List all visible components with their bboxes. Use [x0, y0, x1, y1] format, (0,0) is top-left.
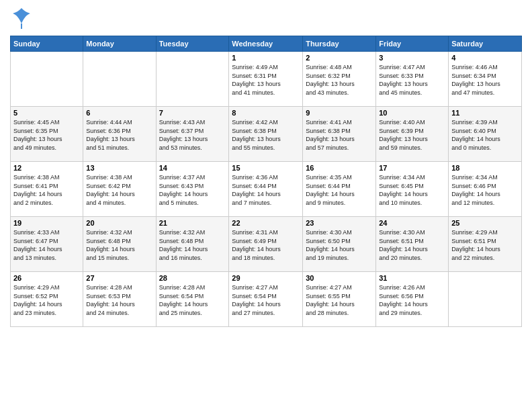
calendar-cell: [83, 52, 156, 107]
day-info: Sunrise: 4:47 AMSunset: 6:33 PMDaylight:…: [379, 63, 445, 97]
day-number: 5: [13, 109, 80, 117]
day-number: 26: [13, 274, 80, 282]
day-info: Sunrise: 4:29 AMSunset: 6:52 PMDaylight:…: [13, 283, 80, 317]
day-number: 12: [13, 164, 80, 172]
calendar-cell: 9Sunrise: 4:41 AMSunset: 6:38 PMDaylight…: [303, 107, 376, 162]
day-info: Sunrise: 4:30 AMSunset: 6:50 PMDaylight:…: [306, 228, 373, 262]
day-info: Sunrise: 4:34 AMSunset: 6:46 PMDaylight:…: [451, 173, 519, 207]
day-number: 17: [379, 164, 445, 172]
day-number: 3: [379, 54, 445, 62]
day-info: Sunrise: 4:33 AMSunset: 6:47 PMDaylight:…: [13, 228, 80, 262]
calendar-header-row: SundayMondayTuesdayWednesdayThursdayFrid…: [11, 36, 522, 52]
calendar-header-monday: Monday: [83, 36, 156, 52]
day-info: Sunrise: 4:45 AMSunset: 6:35 PMDaylight:…: [13, 118, 80, 152]
header: [10, 7, 522, 30]
day-info: Sunrise: 4:44 AMSunset: 6:36 PMDaylight:…: [86, 118, 152, 152]
calendar-week-row: 26Sunrise: 4:29 AMSunset: 6:52 PMDayligh…: [11, 272, 522, 327]
day-info: Sunrise: 4:38 AMSunset: 6:42 PMDaylight:…: [86, 173, 152, 207]
day-info: Sunrise: 4:27 AMSunset: 6:54 PMDaylight:…: [232, 283, 300, 317]
calendar-week-row: 1Sunrise: 4:49 AMSunset: 6:31 PMDaylight…: [11, 52, 522, 107]
day-number: 10: [379, 109, 445, 117]
day-number: 6: [86, 109, 152, 117]
day-info: Sunrise: 4:41 AMSunset: 6:38 PMDaylight:…: [306, 118, 373, 152]
calendar-cell: 12Sunrise: 4:38 AMSunset: 6:41 PMDayligh…: [11, 162, 83, 217]
day-info: Sunrise: 4:32 AMSunset: 6:48 PMDaylight:…: [159, 228, 226, 262]
day-number: 19: [13, 219, 80, 227]
day-number: 27: [86, 274, 152, 282]
day-info: Sunrise: 4:36 AMSunset: 6:44 PMDaylight:…: [232, 173, 300, 207]
calendar-cell: 7Sunrise: 4:43 AMSunset: 6:37 PMDaylight…: [156, 107, 229, 162]
logo: [10, 7, 32, 30]
day-number: 11: [451, 109, 519, 117]
calendar-cell: 3Sunrise: 4:47 AMSunset: 6:33 PMDaylight…: [376, 52, 449, 107]
day-number: 7: [159, 109, 226, 117]
calendar-cell: 27Sunrise: 4:28 AMSunset: 6:53 PMDayligh…: [83, 272, 156, 327]
calendar-cell: 20Sunrise: 4:32 AMSunset: 6:48 PMDayligh…: [83, 217, 156, 272]
day-info: Sunrise: 4:40 AMSunset: 6:39 PMDaylight:…: [379, 118, 445, 152]
calendar-cell: [11, 52, 83, 107]
day-number: 29: [232, 274, 300, 282]
calendar-cell: 15Sunrise: 4:36 AMSunset: 6:44 PMDayligh…: [229, 162, 303, 217]
calendar-cell: 18Sunrise: 4:34 AMSunset: 6:46 PMDayligh…: [449, 162, 522, 217]
day-info: Sunrise: 4:43 AMSunset: 6:37 PMDaylight:…: [159, 118, 226, 152]
day-info: Sunrise: 4:31 AMSunset: 6:49 PMDaylight:…: [232, 228, 300, 262]
calendar-cell: 28Sunrise: 4:28 AMSunset: 6:54 PMDayligh…: [156, 272, 229, 327]
day-number: 22: [232, 219, 300, 227]
day-info: Sunrise: 4:46 AMSunset: 6:34 PMDaylight:…: [451, 63, 519, 97]
logo-bird-icon: [11, 7, 32, 30]
calendar-header-tuesday: Tuesday: [156, 36, 229, 52]
calendar-cell: 23Sunrise: 4:30 AMSunset: 6:50 PMDayligh…: [303, 217, 376, 272]
day-info: Sunrise: 4:38 AMSunset: 6:41 PMDaylight:…: [13, 173, 80, 207]
calendar-header-thursday: Thursday: [303, 36, 376, 52]
day-number: 14: [159, 164, 226, 172]
calendar-cell: 17Sunrise: 4:34 AMSunset: 6:45 PMDayligh…: [376, 162, 449, 217]
day-info: Sunrise: 4:30 AMSunset: 6:51 PMDaylight:…: [379, 228, 445, 262]
day-info: Sunrise: 4:48 AMSunset: 6:32 PMDaylight:…: [306, 63, 373, 97]
calendar-cell: 30Sunrise: 4:27 AMSunset: 6:55 PMDayligh…: [303, 272, 376, 327]
day-number: 20: [86, 219, 152, 227]
day-number: 28: [159, 274, 226, 282]
day-info: Sunrise: 4:29 AMSunset: 6:51 PMDaylight:…: [451, 228, 519, 262]
calendar-header-saturday: Saturday: [449, 36, 522, 52]
calendar-cell: 14Sunrise: 4:37 AMSunset: 6:43 PMDayligh…: [156, 162, 229, 217]
calendar-cell: 5Sunrise: 4:45 AMSunset: 6:35 PMDaylight…: [11, 107, 83, 162]
day-number: 8: [232, 109, 300, 117]
day-info: Sunrise: 4:35 AMSunset: 6:44 PMDaylight:…: [306, 173, 373, 207]
calendar-cell: 26Sunrise: 4:29 AMSunset: 6:52 PMDayligh…: [11, 272, 83, 327]
day-info: Sunrise: 4:34 AMSunset: 6:45 PMDaylight:…: [379, 173, 445, 207]
day-number: 30: [306, 274, 373, 282]
calendar-week-row: 12Sunrise: 4:38 AMSunset: 6:41 PMDayligh…: [11, 162, 522, 217]
calendar-cell: 1Sunrise: 4:49 AMSunset: 6:31 PMDaylight…: [229, 52, 303, 107]
calendar-cell: [449, 272, 522, 327]
calendar-header-sunday: Sunday: [11, 36, 83, 52]
calendar-cell: 13Sunrise: 4:38 AMSunset: 6:42 PMDayligh…: [83, 162, 156, 217]
day-number: 9: [306, 109, 373, 117]
calendar-cell: 24Sunrise: 4:30 AMSunset: 6:51 PMDayligh…: [376, 217, 449, 272]
calendar-cell: 19Sunrise: 4:33 AMSunset: 6:47 PMDayligh…: [11, 217, 83, 272]
day-number: 25: [451, 219, 519, 227]
day-number: 24: [379, 219, 445, 227]
calendar-cell: 2Sunrise: 4:48 AMSunset: 6:32 PMDaylight…: [303, 52, 376, 107]
calendar-cell: [156, 52, 229, 107]
calendar-cell: 25Sunrise: 4:29 AMSunset: 6:51 PMDayligh…: [449, 217, 522, 272]
calendar-cell: 4Sunrise: 4:46 AMSunset: 6:34 PMDaylight…: [449, 52, 522, 107]
calendar-cell: 31Sunrise: 4:26 AMSunset: 6:56 PMDayligh…: [376, 272, 449, 327]
calendar-week-row: 5Sunrise: 4:45 AMSunset: 6:35 PMDaylight…: [11, 107, 522, 162]
calendar-cell: 11Sunrise: 4:39 AMSunset: 6:40 PMDayligh…: [449, 107, 522, 162]
calendar-cell: 29Sunrise: 4:27 AMSunset: 6:54 PMDayligh…: [229, 272, 303, 327]
day-number: 16: [306, 164, 373, 172]
calendar-cell: 16Sunrise: 4:35 AMSunset: 6:44 PMDayligh…: [303, 162, 376, 217]
calendar-cell: 8Sunrise: 4:42 AMSunset: 6:38 PMDaylight…: [229, 107, 303, 162]
calendar-header-friday: Friday: [376, 36, 449, 52]
day-info: Sunrise: 4:28 AMSunset: 6:54 PMDaylight:…: [159, 283, 226, 317]
calendar-page: SundayMondayTuesdayWednesdayThursdayFrid…: [0, 0, 532, 411]
calendar-cell: 22Sunrise: 4:31 AMSunset: 6:49 PMDayligh…: [229, 217, 303, 272]
day-number: 23: [306, 219, 373, 227]
calendar-cell: 21Sunrise: 4:32 AMSunset: 6:48 PMDayligh…: [156, 217, 229, 272]
day-number: 13: [86, 164, 152, 172]
calendar-table: SundayMondayTuesdayWednesdayThursdayFrid…: [10, 36, 522, 327]
day-info: Sunrise: 4:28 AMSunset: 6:53 PMDaylight:…: [86, 283, 152, 317]
day-number: 1: [232, 54, 300, 62]
day-info: Sunrise: 4:42 AMSunset: 6:38 PMDaylight:…: [232, 118, 300, 152]
day-number: 21: [159, 219, 226, 227]
